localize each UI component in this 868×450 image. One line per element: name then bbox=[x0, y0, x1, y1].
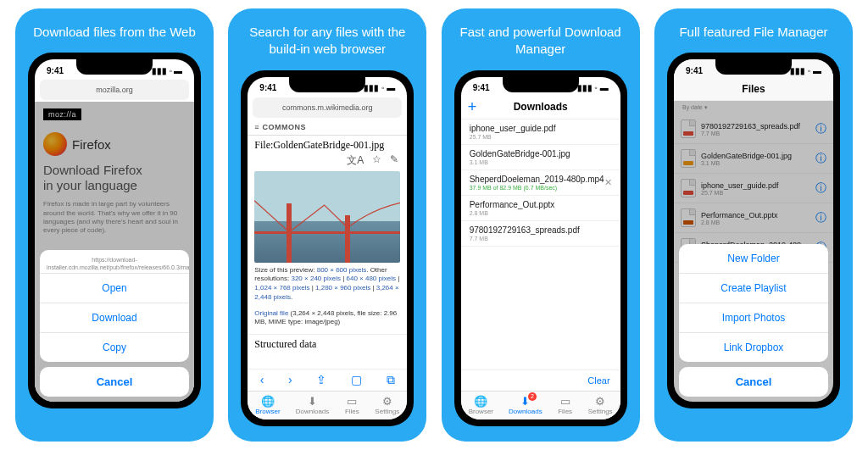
language-icon[interactable]: 文A bbox=[347, 153, 364, 168]
promo-card-3: Fast and powerful Download Manager 9:41 … bbox=[442, 8, 640, 442]
phone-frame: 9:41 ▮▮▮ ◦ ▬ Files By date ▾ 97801927291… bbox=[667, 53, 840, 408]
copy-button[interactable]: Copy bbox=[40, 332, 189, 362]
size-link[interactable]: 800 × 600 pixels bbox=[317, 266, 367, 274]
download-row[interactable]: iphone_user_guide.pdf 25.7 MB bbox=[461, 119, 620, 145]
share-icon[interactable]: ⇪ bbox=[316, 373, 326, 387]
bottom-toolbar: 🌐Browser ⬇2 Downloads ▭Files ⚙Settings bbox=[461, 391, 620, 419]
back-icon[interactable]: ‹ bbox=[260, 373, 264, 387]
bridge-image[interactable] bbox=[254, 171, 400, 263]
tab-files[interactable]: ▭Files bbox=[558, 395, 573, 415]
res-link[interactable]: 640 × 480 pixels bbox=[347, 275, 397, 282]
tab-downloads[interactable]: ⬇2 Downloads bbox=[509, 395, 542, 415]
battery-icon: ▬ bbox=[174, 66, 182, 75]
res-link[interactable]: 320 × 240 pixels bbox=[291, 275, 341, 282]
site-brand: COMMONS bbox=[263, 123, 307, 131]
card-title: Full featured File Manager bbox=[667, 8, 839, 47]
create-playlist-button[interactable]: Create Playlist bbox=[679, 273, 828, 303]
folder-icon: ▭ bbox=[558, 395, 573, 407]
tab-browser[interactable]: 🌐Browser bbox=[469, 395, 493, 415]
original-file-link[interactable]: Original file bbox=[254, 309, 288, 317]
url-bar[interactable]: commons.m.wikimedia.org bbox=[253, 97, 402, 118]
web-content: moz://a Firefox Download Firefox in your… bbox=[35, 102, 194, 402]
import-photos-button[interactable]: Import Photos bbox=[679, 303, 828, 332]
cancel-button[interactable]: Cancel bbox=[40, 367, 189, 397]
status-icons: ▮▮▮ ◦ ▬ bbox=[790, 66, 821, 75]
status-time: 9:41 bbox=[47, 66, 64, 75]
folder-icon: ▭ bbox=[344, 395, 359, 407]
tab-settings[interactable]: ⚙Settings bbox=[588, 395, 613, 415]
download-row[interactable]: GoldenGateBridge-001.jpg 3.1 MB bbox=[461, 145, 620, 170]
forward-icon[interactable]: › bbox=[288, 373, 292, 387]
tab-downloads[interactable]: ⬇Downloads bbox=[296, 395, 330, 415]
phone-screen: 9:41 ▮▮▮ ◦ ▬ Files By date ▾ 97801927291… bbox=[674, 59, 833, 402]
browser-actions: ‹ › ⇪ ▢ ⧉ bbox=[248, 369, 407, 391]
tabs-icon[interactable]: ⧉ bbox=[387, 373, 395, 387]
edit-icon[interactable]: ✎ bbox=[390, 153, 398, 168]
download-button[interactable]: Download bbox=[40, 303, 189, 332]
action-sheet: New Folder Create Playlist Import Photos… bbox=[674, 239, 833, 402]
download-row[interactable]: 9780192729163_spreads.pdf 7.7 MB bbox=[461, 221, 620, 247]
structured-data-heading: Structured data bbox=[248, 334, 407, 351]
sheet-url: https://download-installer.cdn.mozilla.n… bbox=[40, 250, 189, 273]
promo-card-1: Download files from the Web 9:41 ▮▮▮ ◦ ▬… bbox=[15, 8, 214, 442]
download-icon: ⬇ bbox=[305, 395, 320, 407]
open-button[interactable]: Open bbox=[40, 273, 189, 303]
files-content: By date ▾ 9780192729163_spreads.pdf7.7 M… bbox=[674, 101, 833, 402]
notch bbox=[503, 77, 579, 92]
card-title: Search for any files with the build-in w… bbox=[228, 8, 426, 65]
download-row[interactable]: Performance_Out.pptx 2.8 MB bbox=[461, 196, 620, 221]
globe-icon: 🌐 bbox=[260, 395, 275, 407]
status-icons: ▮▮▮ ◦ ▬ bbox=[364, 83, 395, 92]
site-header: ≡ COMMONS bbox=[248, 119, 407, 136]
status-time: 9:41 bbox=[259, 83, 276, 92]
card-title: Download files from the Web bbox=[21, 8, 207, 47]
action-sheet-group: https://download-installer.cdn.mozilla.n… bbox=[40, 250, 189, 362]
status-icons: ▮▮▮ ◦ ▬ bbox=[577, 83, 609, 92]
new-folder-button[interactable]: New Folder bbox=[679, 244, 828, 273]
tab-files[interactable]: ▭Files bbox=[344, 395, 359, 415]
globe-icon: 🌐 bbox=[473, 395, 488, 407]
download-list: iphone_user_guide.pdf 25.7 MB GoldenGate… bbox=[461, 119, 620, 369]
action-sheet: https://download-installer.cdn.mozilla.n… bbox=[35, 245, 194, 402]
downloads-header: + Downloads bbox=[461, 96, 620, 119]
cancel-download-icon[interactable]: ✕ bbox=[604, 177, 612, 188]
star-icon[interactable]: ☆ bbox=[372, 153, 381, 168]
promo-card-4: Full featured File Manager 9:41 ▮▮▮ ◦ ▬ … bbox=[654, 8, 853, 442]
bookmarks-icon[interactable]: ▢ bbox=[351, 373, 362, 387]
phone-frame: 9:41 ▮▮▮ ◦ ▬ mozilla.org moz://a Firefox bbox=[28, 53, 201, 408]
phone-frame: 9:41 ▮▮▮ ◦ ▬ + Downloads iphone_user_gui… bbox=[454, 70, 627, 426]
page-title: File:GoldenGateBridge-001.jpg bbox=[248, 136, 407, 152]
wifi-icon: ◦ bbox=[169, 66, 172, 75]
download-row-active[interactable]: SheperdDoeleman_2019-480p.mp4 37.9 MB of… bbox=[461, 170, 620, 196]
notch bbox=[76, 59, 153, 75]
phone-frame: 9:41 ▮▮▮ ◦ ▬ commons.m.wikimedia.org ≡ C… bbox=[241, 70, 414, 426]
status-time: 9:41 bbox=[473, 83, 490, 92]
phone-screen: 9:41 ▮▮▮ ◦ ▬ commons.m.wikimedia.org ≡ C… bbox=[248, 77, 407, 419]
url-text: mozilla.org bbox=[96, 86, 133, 94]
cancel-button[interactable]: Cancel bbox=[679, 367, 828, 397]
image-caption: Size of this preview: 800 × 600 pixels. … bbox=[248, 263, 407, 306]
notch bbox=[715, 59, 792, 75]
card-title: Fast and powerful Download Manager bbox=[442, 8, 640, 65]
res-link[interactable]: 1,280 × 960 pixels bbox=[315, 284, 370, 292]
link-dropbox-button[interactable]: Link Dropbox bbox=[679, 332, 828, 362]
original-file-line: Original file (3,264 × 2,448 pixels, fil… bbox=[248, 306, 407, 331]
add-button[interactable]: + bbox=[468, 98, 477, 116]
tab-settings[interactable]: ⚙Settings bbox=[375, 395, 399, 415]
phone-screen: 9:41 ▮▮▮ ◦ ▬ mozilla.org moz://a Firefox bbox=[35, 59, 194, 402]
clear-button[interactable]: Clear bbox=[461, 369, 620, 391]
status-icons: ▮▮▮ ◦ ▬ bbox=[152, 66, 182, 75]
promo-card-2: Search for any files with the build-in w… bbox=[228, 8, 426, 442]
url-bar[interactable]: mozilla.org bbox=[40, 80, 189, 100]
download-badge: 2 bbox=[528, 392, 537, 401]
gear-icon: ⚙ bbox=[593, 395, 608, 407]
res-link[interactable]: 1,024 × 768 pixels bbox=[254, 284, 309, 292]
bottom-toolbar: 🌐Browser ⬇Downloads ▭Files ⚙Settings bbox=[248, 391, 407, 419]
action-sheet-group: New Folder Create Playlist Import Photos… bbox=[679, 244, 828, 362]
web-content: ≡ COMMONS File:GoldenGateBridge-001.jpg … bbox=[248, 119, 407, 419]
phone-screen: 9:41 ▮▮▮ ◦ ▬ + Downloads iphone_user_gui… bbox=[461, 77, 620, 419]
notch bbox=[289, 77, 365, 92]
tab-browser[interactable]: 🌐Browser bbox=[255, 395, 280, 415]
menu-icon[interactable]: ≡ bbox=[254, 123, 259, 131]
url-text: commons.m.wikimedia.org bbox=[282, 103, 373, 112]
